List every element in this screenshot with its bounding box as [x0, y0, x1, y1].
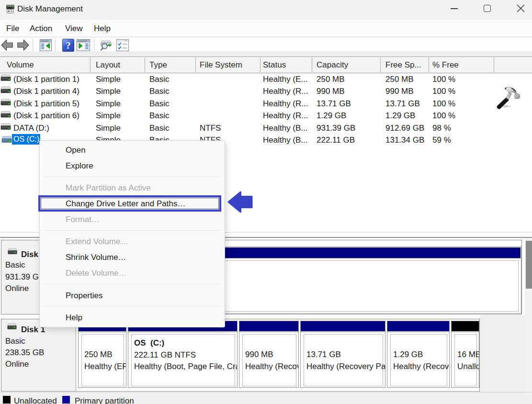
svg-text:?: ? [66, 40, 71, 51]
